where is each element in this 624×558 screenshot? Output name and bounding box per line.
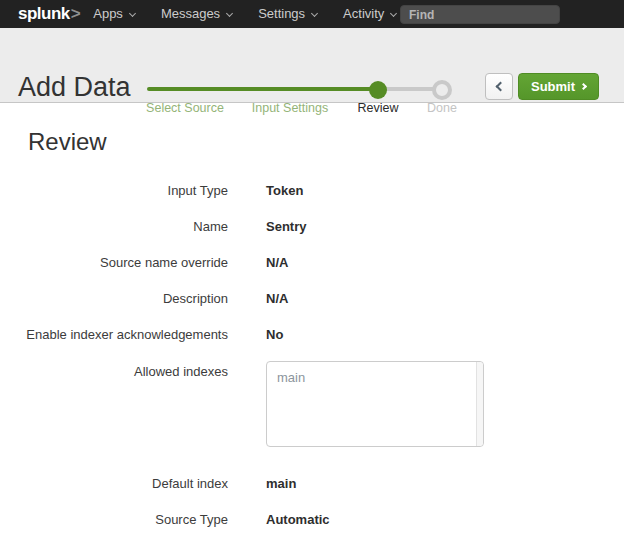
field-label: Source Type: [0, 512, 228, 527]
splunk-logo-text: splunk: [18, 4, 70, 23]
chevron-down-icon: [390, 10, 397, 17]
nav-item-label: Messages: [161, 6, 220, 21]
field-value: Token: [266, 183, 303, 198]
find-input[interactable]: [400, 5, 560, 24]
current-step-dot: [369, 81, 387, 99]
field-value: main: [266, 361, 484, 447]
field-label: Default index: [0, 476, 228, 491]
step-label-select-source: Select Source: [146, 101, 224, 115]
chevron-left-icon: [496, 82, 506, 92]
field-label: Allowed indexes: [0, 361, 228, 379]
chevron-down-icon: [311, 10, 318, 17]
listbox-item-main: main: [277, 370, 305, 385]
review-row-name: Name Sentry: [0, 208, 624, 244]
page-header: Add Data Select Source Input Settings Re…: [0, 28, 624, 103]
nav-item-settings[interactable]: Settings: [245, 0, 330, 28]
nav-item-apps[interactable]: Apps: [80, 0, 148, 28]
field-value: main: [266, 476, 296, 491]
nav-item-messages[interactable]: Messages: [148, 0, 245, 28]
field-value: Sentry: [266, 219, 306, 234]
nav-item-activity[interactable]: Activity: [330, 0, 409, 28]
chevron-down-icon: [226, 10, 233, 17]
progress-track-complete: [147, 87, 378, 91]
review-panel: Review Input Type Token Name Sentry Sour…: [0, 129, 624, 537]
submit-button[interactable]: Submit: [518, 73, 599, 100]
nav-item-label: Apps: [93, 6, 123, 21]
chevron-down-icon: [129, 10, 136, 17]
review-row-source-type: Source Type Automatic: [0, 501, 624, 537]
wizard-progress-bar: Select Source Input Settings Review Done: [147, 80, 457, 120]
review-row-description: Description N/A: [0, 280, 624, 316]
review-row-allowed-indexes: Allowed indexes main: [0, 352, 624, 447]
step-label-done: Done: [427, 101, 457, 115]
step-label-input-settings: Input Settings: [252, 101, 328, 115]
submit-button-label: Submit: [531, 79, 575, 94]
review-heading: Review: [28, 129, 624, 155]
field-value: No: [266, 327, 283, 342]
field-value: N/A: [266, 255, 288, 270]
page-title: Add Data: [18, 71, 131, 103]
field-label: Source name override: [0, 255, 228, 270]
allowed-indexes-listbox[interactable]: main: [266, 361, 484, 447]
splunk-logo-chevron-icon: >: [71, 4, 80, 23]
review-row-default-index: Default index main: [0, 465, 624, 501]
review-row-indexer-acknowledgements: Enable indexer acknowledgements No: [0, 316, 624, 352]
nav-item-label: Activity: [343, 6, 384, 21]
field-value: N/A: [266, 291, 288, 306]
splunk-logo[interactable]: splunk>: [18, 0, 80, 28]
back-button[interactable]: [485, 73, 513, 100]
review-row-input-type: Input Type Token: [0, 172, 624, 208]
field-value: Automatic: [266, 512, 330, 527]
field-label: Name: [0, 219, 228, 234]
step-label-review: Review: [358, 101, 399, 115]
field-label: Enable indexer acknowledgements: [0, 327, 228, 342]
review-row-source-name-override: Source name override N/A: [0, 244, 624, 280]
nav-item-label: Settings: [258, 6, 305, 21]
field-label: Input Type: [0, 183, 228, 198]
top-nav: splunk> Apps Messages Settings Activity: [0, 0, 624, 28]
done-step-ring: [432, 80, 452, 100]
chevron-right-icon: [580, 83, 587, 90]
field-label: Description: [0, 291, 228, 306]
listbox-scrollbar[interactable]: [476, 362, 483, 446]
